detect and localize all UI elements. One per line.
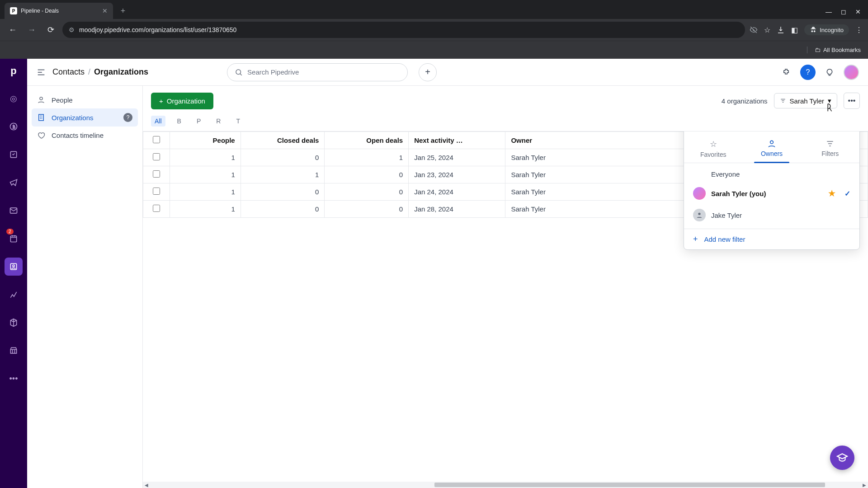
- owner-filter-label: Sarah Tyler: [790, 97, 824, 105]
- site-info-icon[interactable]: ⚙: [69, 26, 75, 33]
- row-checkbox[interactable]: [153, 170, 160, 178]
- sidebar-toggle-icon[interactable]: [36, 67, 46, 77]
- user-avatar[interactable]: [844, 65, 859, 80]
- col-closed-deals[interactable]: Closed deals: [241, 132, 325, 149]
- more-options-button[interactable]: •••: [844, 93, 860, 109]
- quick-add-button[interactable]: +: [419, 63, 437, 81]
- alpha-b[interactable]: B: [174, 116, 185, 127]
- alpha-r[interactable]: R: [212, 116, 224, 127]
- forward-button[interactable]: →: [24, 23, 39, 37]
- reload-button[interactable]: ⟳: [43, 23, 58, 37]
- horizontal-scrollbar[interactable]: ◀ ▶: [143, 482, 868, 488]
- svg-point-11: [770, 141, 774, 144]
- cell-next-activity: Jan 23, 2024: [409, 166, 505, 183]
- rail-item-marketplace[interactable]: [5, 342, 23, 360]
- row-checkbox[interactable]: [153, 205, 160, 212]
- col-open-deals[interactable]: Open deals: [325, 132, 409, 149]
- breadcrumb-parent[interactable]: Contacts: [52, 67, 85, 77]
- person-icon: [37, 96, 46, 104]
- cell-open-deals: 0: [325, 183, 409, 201]
- url-text: moodjoy.pipedrive.com/organizations/list…: [79, 26, 236, 33]
- rail-item-more[interactable]: •••: [5, 370, 23, 388]
- browser-tab[interactable]: P Pipeline - Deals ✕: [5, 3, 113, 19]
- scroll-left-icon[interactable]: ◀: [143, 483, 150, 488]
- rail-item-activities[interactable]: 2: [5, 230, 23, 248]
- rail-item-projects[interactable]: [5, 145, 23, 164]
- add-organization-button[interactable]: + Organization: [151, 93, 213, 109]
- heart-icon: [37, 131, 46, 139]
- help-button[interactable]: ?: [800, 65, 816, 80]
- alpha-t[interactable]: T: [232, 116, 244, 127]
- alpha-p[interactable]: P: [193, 116, 204, 127]
- rail-item-campaigns[interactable]: [5, 174, 23, 192]
- owner-filter-button[interactable]: Sarah Tyler ▾: [774, 93, 837, 108]
- academy-fab[interactable]: [830, 446, 854, 470]
- row-checkbox[interactable]: [153, 188, 160, 195]
- plus-icon: +: [159, 97, 163, 105]
- new-tab-button[interactable]: +: [117, 5, 129, 17]
- eye-off-icon[interactable]: [750, 26, 758, 34]
- cell-next-activity: Jan 25, 2024: [409, 149, 505, 166]
- search-icon: [235, 68, 243, 76]
- sidenav-label: Organizations: [52, 114, 94, 122]
- close-window-icon[interactable]: ✕: [855, 8, 861, 15]
- sidenav-item-timeline[interactable]: Contacts timeline: [32, 127, 138, 144]
- topbar: Contacts / Organizations Search Pipedriv…: [27, 59, 868, 86]
- extensions-icon[interactable]: [778, 65, 794, 80]
- browser-menu-icon[interactable]: ⋮: [855, 26, 863, 34]
- owner-option-other[interactable]: Jake Tyler: [684, 204, 859, 226]
- rail-item-insights[interactable]: [5, 286, 23, 304]
- rail-item-deals[interactable]: [5, 117, 23, 136]
- tab-favorites-label: Favorites: [700, 151, 726, 158]
- cell-open-deals: 0: [325, 201, 409, 218]
- downloads-icon[interactable]: [777, 26, 785, 34]
- left-panel: People Organizations ? Contacts timeli: [27, 86, 143, 488]
- scroll-right-icon[interactable]: ▶: [861, 483, 868, 488]
- tab-bar: P Pipeline - Deals ✕ + — ◻ ✕: [0, 0, 868, 19]
- svg-rect-3: [10, 236, 16, 242]
- minimize-icon[interactable]: —: [826, 8, 832, 15]
- owner-option-you[interactable]: Sarah Tyler (you) ★ ✓: [684, 183, 859, 204]
- tab-owners-label: Owners: [761, 150, 783, 157]
- tab-owners[interactable]: Owners: [742, 136, 801, 163]
- back-button[interactable]: ←: [5, 23, 20, 37]
- tips-icon[interactable]: [822, 65, 837, 80]
- select-all-checkbox[interactable]: [153, 136, 160, 143]
- tab-favorites[interactable]: ☆ Favorites: [684, 136, 742, 163]
- all-bookmarks-button[interactable]: 🗀 All Bookmarks: [807, 47, 861, 53]
- rail-item-contacts[interactable]: [5, 258, 23, 276]
- alpha-filter-row: All B P R T: [143, 116, 868, 131]
- window-controls: — ◻ ✕: [826, 8, 868, 19]
- sidenav-item-organizations[interactable]: Organizations ?: [32, 108, 138, 127]
- url-bar[interactable]: ⚙ moodjoy.pipedrive.com/organizations/li…: [62, 22, 745, 38]
- app-logo[interactable]: p: [10, 65, 16, 77]
- chrome-action-icons: ☆ ◧ Incognito ⋮: [750, 24, 863, 35]
- maximize-icon[interactable]: ◻: [841, 8, 846, 15]
- rail-item-products[interactable]: [5, 314, 23, 332]
- help-badge-icon[interactable]: ?: [123, 113, 132, 122]
- incognito-badge[interactable]: Incognito: [804, 24, 849, 35]
- col-people[interactable]: People: [170, 132, 241, 149]
- tab-close-icon[interactable]: ✕: [102, 7, 108, 14]
- address-bar: ← → ⟳ ⚙ moodjoy.pipedrive.com/organizati…: [0, 19, 868, 41]
- owner-option-everyone[interactable]: Everyone: [684, 166, 859, 183]
- rail-item-leads[interactable]: ◎: [5, 89, 23, 108]
- add-filter-button[interactable]: + Add new filter: [684, 229, 859, 249]
- alpha-all[interactable]: All: [151, 116, 165, 127]
- tab-filters[interactable]: Filters: [801, 136, 859, 163]
- cell-open-deals: 0: [325, 166, 409, 183]
- avatar-icon: [693, 209, 706, 221]
- scroll-track[interactable]: [150, 483, 861, 487]
- row-checkbox[interactable]: [153, 153, 160, 160]
- sidenav-item-people[interactable]: People: [32, 91, 138, 108]
- scroll-thumb[interactable]: [434, 483, 826, 487]
- row-checkbox-cell: [143, 201, 170, 218]
- search-input[interactable]: Search Pipedrive: [227, 63, 408, 81]
- side-panel-icon[interactable]: ◧: [791, 26, 798, 34]
- favorite-star-icon[interactable]: ★: [828, 188, 835, 198]
- col-next-activity[interactable]: Next activity …: [409, 132, 505, 149]
- rail-item-mail[interactable]: [5, 202, 23, 220]
- avatar-icon: [693, 187, 706, 200]
- bookmark-star-icon[interactable]: ☆: [764, 26, 770, 34]
- badge-count: 2: [6, 229, 14, 235]
